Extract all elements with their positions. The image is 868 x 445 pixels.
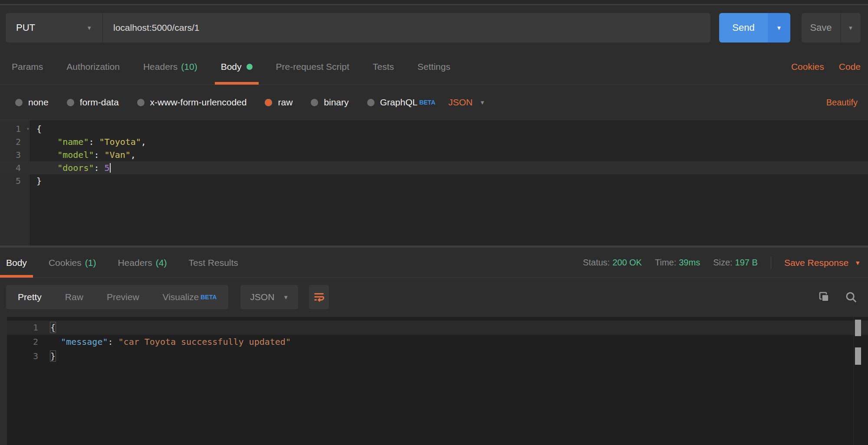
wrap-text-button[interactable] — [309, 285, 329, 309]
view-visualize-button[interactable]: VisualizeBETA — [151, 285, 229, 309]
tab-pre-request-script[interactable]: Pre-request Script — [270, 49, 355, 85]
copy-icon — [818, 291, 831, 304]
response-line-active: 1 { — [7, 321, 868, 335]
beautify-link[interactable]: Beautify — [826, 98, 858, 108]
radio-x-www-form-urlencoded[interactable]: x-www-form-urlencoded — [137, 97, 247, 108]
wrap-text-icon — [313, 291, 325, 303]
method-value: PUT — [16, 22, 35, 33]
response-toolbar: Pretty Raw Preview VisualizeBETA JSON ▼ — [0, 278, 868, 317]
visualize-beta-badge: BETA — [201, 294, 217, 301]
chevron-down-icon: ▼ — [86, 25, 92, 31]
response-header: Body Cookies(1) Headers(4) Test Results … — [0, 248, 868, 278]
url-input[interactable] — [104, 23, 710, 33]
search-button[interactable] — [845, 291, 858, 304]
divider — [771, 256, 771, 269]
save-button[interactable]: Save — [802, 13, 841, 43]
copy-button[interactable] — [818, 291, 831, 304]
radio-icon — [67, 99, 74, 106]
method-select[interactable]: PUT ▼ — [6, 13, 103, 43]
editor-line: 5 } — [0, 174, 868, 187]
editor-line: 1▾ { — [0, 122, 868, 135]
radio-form-data[interactable]: form-data — [67, 97, 119, 108]
cookies-count: (1) — [85, 258, 96, 268]
status-badge: Status:200 OK — [583, 258, 642, 268]
scrollbar-annotation — [855, 320, 861, 336]
scrollbar-annotation — [855, 347, 861, 365]
response-toolbar-icons — [818, 291, 858, 304]
view-preview-button[interactable]: Preview — [95, 285, 151, 309]
request-tabs: Params Authorization Headers(10) Body Pr… — [0, 49, 868, 85]
tab-authorization[interactable]: Authorization — [60, 49, 126, 85]
response-view-switcher: Pretty Raw Preview VisualizeBETA — [6, 285, 228, 309]
response-language-select[interactable]: JSON ▼ — [240, 285, 298, 309]
editor-line: 3 "model": "Van", — [0, 148, 868, 161]
chevron-down-icon: ▼ — [480, 99, 485, 106]
request-tabs-right: Cookies Code — [791, 49, 861, 85]
radio-graphql[interactable]: GraphQL BETA — [367, 97, 435, 108]
cookies-link[interactable]: Cookies — [791, 62, 824, 72]
size-badge: Size:197 B — [713, 258, 758, 268]
radio-raw[interactable]: raw — [265, 97, 293, 108]
scrollbar[interactable] — [853, 317, 862, 445]
response-tab-test-results[interactable]: Test Results — [182, 248, 244, 278]
view-pretty-button[interactable]: Pretty — [6, 285, 53, 309]
send-split-button: Send ▼ — [719, 13, 790, 43]
request-url-bar: PUT ▼ Send ▼ Save ▼ — [0, 5, 868, 49]
tab-tests[interactable]: Tests — [367, 49, 400, 85]
send-button[interactable]: Send — [719, 13, 768, 43]
time-badge: Time:39ms — [655, 258, 700, 268]
window-top-edge — [0, 0, 868, 5]
headers-count: (10) — [181, 62, 197, 72]
request-body-editor[interactable]: 1▾ { 2 "name": "Toyota", 3 "model": "Van… — [0, 120, 868, 245]
tab-params[interactable]: Params — [6, 49, 49, 85]
save-split-button: Save ▼ — [802, 13, 861, 43]
body-type-row: none form-data x-www-form-urlencoded raw… — [0, 85, 868, 120]
tab-body[interactable]: Body — [215, 49, 259, 85]
url-field-wrap — [103, 13, 710, 43]
fold-caret-icon[interactable]: ▾ — [26, 122, 30, 135]
editor-line-active: 4 "doors": 5 — [0, 161, 868, 174]
chevron-down-icon: ▼ — [283, 294, 289, 301]
chevron-down-icon: ▼ — [776, 25, 782, 31]
chevron-down-icon: ▼ — [848, 25, 854, 31]
response-tab-cookies[interactable]: Cookies(1) — [43, 248, 102, 278]
radio-icon — [311, 99, 318, 106]
radio-icon — [15, 99, 23, 106]
response-body-viewer[interactable]: 1 { 2 "message": "car Toyota successfull… — [7, 317, 868, 445]
code-link[interactable]: Code — [839, 62, 861, 72]
text-cursor — [110, 163, 111, 173]
save-options-button[interactable]: ▼ — [841, 13, 861, 43]
search-icon — [845, 291, 858, 304]
body-filled-dot — [247, 64, 253, 70]
response-meta: Status:200 OK Time:39ms Size:197 B Save … — [583, 248, 861, 278]
response-headers-count: (4) — [156, 258, 167, 268]
radio-icon — [367, 99, 375, 106]
response-line: 2 "message": "car Toyota successfully up… — [7, 335, 868, 349]
graphql-beta-badge: BETA — [419, 99, 435, 106]
radio-none[interactable]: none — [15, 97, 49, 108]
response-tab-headers[interactable]: Headers(4) — [112, 248, 173, 278]
view-raw-button[interactable]: Raw — [53, 285, 95, 309]
chevron-down-icon: ▼ — [855, 259, 861, 266]
radio-binary[interactable]: binary — [311, 97, 349, 108]
radio-icon — [137, 99, 145, 106]
editor-line: 2 "name": "Toyota", — [0, 135, 868, 148]
response-line: 3 } — [7, 349, 868, 363]
tab-headers[interactable]: Headers(10) — [137, 49, 204, 85]
radio-selected-icon — [265, 99, 272, 106]
tab-settings[interactable]: Settings — [411, 49, 457, 85]
response-tab-body[interactable]: Body — [0, 248, 33, 278]
raw-language-select[interactable]: JSON ▼ — [448, 97, 485, 108]
save-response-button[interactable]: Save Response ▼ — [784, 258, 861, 268]
send-options-button[interactable]: ▼ — [768, 13, 790, 43]
